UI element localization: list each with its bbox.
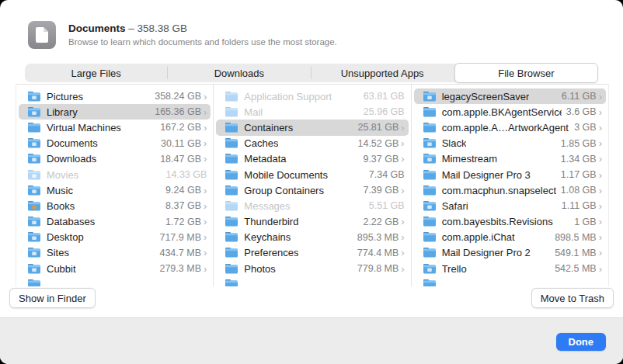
list-item[interactable]: Books8.37 GB›: [19, 198, 211, 213]
item-label: Application Support: [244, 91, 332, 102]
list-item[interactable]: Documents30.11 GB›: [19, 136, 211, 151]
folder-icon: [28, 217, 40, 227]
list-item[interactable]: Databases1.72 GB›: [19, 214, 211, 230]
tab-downloads[interactable]: Downloads: [168, 64, 310, 82]
item-size: 774.4 MB: [353, 248, 399, 258]
folder-icon-wrap: [28, 248, 41, 258]
item-label: Mobile Documents: [244, 169, 328, 181]
chevron-right-icon: ›: [599, 217, 602, 227]
folder-badge: [32, 237, 37, 240]
folder-badge: [32, 206, 37, 209]
list-item[interactable]: com.apple.A…ArtworkAgent3 GB›: [414, 120, 606, 135]
list-item[interactable]: Photos779.8 MB›: [216, 261, 408, 276]
list-item[interactable]: Desktop717.9 MB›: [19, 230, 211, 245]
chevron-right-icon: ›: [599, 185, 602, 196]
item-size: 6.11 GB: [557, 91, 597, 102]
list-item[interactable]: Mail Designer Pro 2549.1 MB›: [414, 245, 606, 261]
folder-icon: [28, 232, 40, 242]
folder-icon: [225, 185, 238, 196]
chevron-right-icon: ›: [599, 138, 602, 148]
list-item[interactable]: Caches14.52 GB›: [216, 136, 408, 151]
list-item[interactable]: Mail Designer Pro 31.17 GB›: [414, 167, 606, 182]
list-item[interactable]: Containers25.81 GB›: [216, 120, 408, 135]
done-button[interactable]: Done: [556, 333, 607, 351]
folder-icon-wrap: [28, 123, 41, 133]
list-item[interactable]: com.apple.iChat898.5 MB›: [414, 230, 606, 245]
page-title: Documents – 358.38 GB: [68, 23, 337, 34]
list-item[interactable]: Movies14.33 GB: [19, 167, 211, 182]
list-item[interactable]: com.macphun.snapselect1.08 GB›: [414, 182, 606, 198]
move-to-trash-button[interactable]: Move to Trash: [531, 288, 614, 308]
folder-icon: [225, 123, 238, 133]
list-item[interactable]: com.apple.BKAgentService3.6 GB›: [414, 104, 606, 120]
list-item[interactable]: [19, 276, 211, 286]
chevron-right-icon: ›: [599, 107, 602, 117]
chevron-right-icon: ›: [204, 264, 207, 274]
item-label: com.apple.iChat: [442, 231, 515, 243]
list-item[interactable]: com.bayesbits.Revisions1 GB›: [414, 214, 606, 230]
list-item[interactable]: Pictures358.24 GB›: [19, 88, 211, 104]
folder-icon: [28, 279, 40, 286]
item-label: Mimestream: [442, 153, 498, 165]
list-item[interactable]: Virtual Machines167.2 GB›: [19, 120, 211, 135]
chevron-right-icon: ›: [401, 154, 404, 164]
list-item[interactable]: Sites434.7 MB›: [19, 245, 211, 261]
item-size: 18.47 GB: [155, 154, 201, 165]
folder-icon-wrap: [423, 279, 437, 286]
folder-badge: [427, 268, 432, 271]
folder-icon: [225, 279, 238, 286]
folder-icon: [225, 217, 238, 227]
item-size: 5.51 GB: [364, 200, 405, 211]
chevron-right-icon: ›: [401, 217, 404, 227]
list-item[interactable]: Trello542.5 MB›: [414, 261, 606, 276]
item-size: 63.81 GB: [359, 91, 405, 102]
folder-icon: [28, 123, 40, 133]
list-item[interactable]: Music9.24 GB›: [19, 182, 211, 198]
folder-icon-wrap: [225, 279, 238, 286]
item-size: 14.33 GB: [162, 169, 207, 180]
item-size: 1.08 GB: [556, 185, 597, 196]
list-item[interactable]: Preferences774.4 MB›: [216, 245, 408, 261]
list-item[interactable]: Metadata9.37 GB›: [216, 151, 408, 167]
folder-icon-wrap: [225, 170, 238, 180]
folder-icon-wrap: [423, 107, 437, 117]
storage-management-window: Documents – 358.38 GB Browse to learn wh…: [0, 0, 623, 364]
folder-icon-wrap: [225, 201, 238, 211]
list-item[interactable]: legacyScreenSaver6.11 GB›: [414, 88, 606, 104]
list-item[interactable]: Thunderbird2.22 GB›: [216, 214, 408, 230]
list-item[interactable]: [414, 276, 606, 286]
item-label: Databases: [47, 216, 95, 227]
chevron-right-icon: ›: [204, 232, 207, 242]
list-item[interactable]: Mobile Documents7.34 GB: [216, 167, 408, 182]
item-size: 14.52 GB: [353, 138, 399, 149]
tab-unsupported-apps[interactable]: Unsupported Apps: [312, 64, 454, 82]
folder-badge: [32, 143, 37, 146]
tab-large-files[interactable]: Large Files: [25, 64, 167, 82]
folder-icon-wrap: [225, 154, 238, 164]
list-item[interactable]: Mimestream1.34 GB›: [414, 151, 606, 167]
tab-file-browser[interactable]: File Browser: [454, 63, 598, 83]
folder-icon: [28, 154, 40, 164]
list-item[interactable]: Keychains895.3 MB›: [216, 230, 408, 245]
list-item[interactable]: Slack1.85 GB›: [414, 136, 606, 151]
list-item[interactable]: Safari1.11 GB›: [414, 198, 606, 213]
list-item[interactable]: Group Containers7.39 GB›: [216, 182, 408, 198]
folder-badge: [427, 206, 432, 209]
item-label: Keychains: [244, 231, 291, 243]
list-item[interactable]: Messages5.51 GB: [216, 198, 408, 213]
list-item[interactable]: Library165.36 GB›: [19, 104, 211, 120]
item-size: 25.96 GB: [359, 106, 405, 117]
folder-icon-wrap: [28, 138, 41, 148]
list-item[interactable]: [216, 276, 408, 286]
folder-icon: [423, 248, 436, 258]
list-item[interactable]: Mail25.96 GB: [216, 104, 408, 120]
folder-badge: [32, 174, 37, 177]
show-in-finder-button[interactable]: Show in Finder: [9, 288, 96, 308]
list-item[interactable]: Cubbit279.3 MB›: [19, 261, 211, 276]
folder-icon-wrap: [423, 185, 437, 196]
chevron-right-icon: ›: [401, 248, 404, 258]
folder-badge: [32, 189, 37, 192]
chevron-right-icon: ›: [599, 123, 602, 133]
list-item[interactable]: Downloads18.47 GB›: [19, 151, 211, 167]
list-item[interactable]: Application Support63.81 GB: [216, 88, 408, 104]
